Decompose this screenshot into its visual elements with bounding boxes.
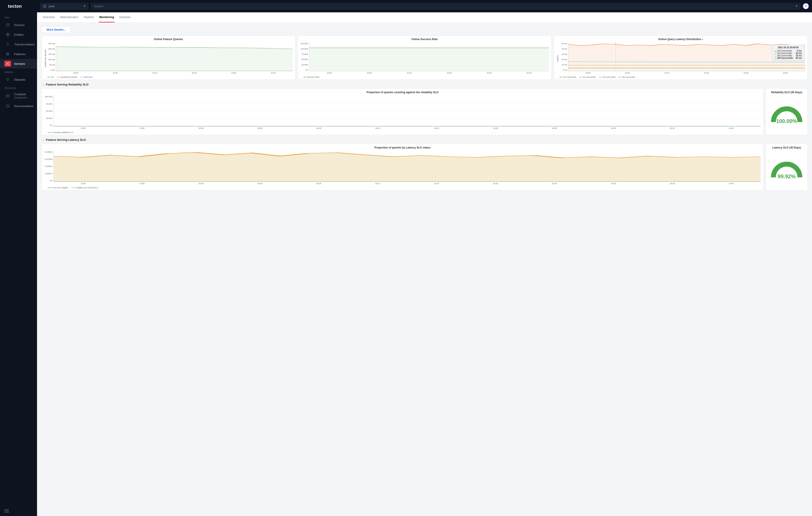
layers-icon — [4, 51, 11, 57]
x-ticks: 15:4515:5015:5516:0016:0516:1016:1516:20… — [54, 182, 761, 185]
section-resources: Resources — [0, 84, 37, 91]
search-placeholder: Search... — [94, 5, 105, 8]
more-details-button[interactable]: More Details... — [41, 26, 71, 33]
section-reliability-slo-header[interactable]: ⌄ Feature Serving Reliability SLO — [42, 83, 808, 86]
server-icon — [4, 93, 11, 99]
sidebar-item-datasets[interactable]: Datasets — [0, 75, 37, 84]
section-artifacts: Artifacts — [0, 68, 37, 75]
sidebar-item-label: Compute (Databricks) — [14, 93, 27, 99]
sidebar-item-label: Transformations — [14, 43, 35, 46]
chart-online-feature-queries: Online Feature Queries Queries per Secon… — [41, 36, 295, 80]
x-ticks: 15:5016:0016:1016:2016:3016:40 — [56, 71, 293, 74]
env-label: prod — [49, 5, 54, 8]
svg-text:?: ? — [7, 105, 8, 107]
section-data: Data — [0, 14, 37, 20]
sidebar-item-label: Documentation — [14, 104, 33, 108]
svg-text:tecton: tecton — [8, 4, 22, 8]
x-ticks: 15:4515:5015:5516:0016:0516:1016:1516:20… — [54, 126, 761, 129]
gauge-title: Latency SLO (30 Days) — [772, 146, 801, 149]
search-input[interactable]: Search... — [91, 3, 801, 10]
chart-online-success-rate: Online Success Rate 125.00%100.00%75.00%… — [297, 36, 551, 80]
gauge-latency-slo: Latency SLO (30 Days) 99.92% — [766, 144, 808, 190]
x-ticks: 15:5016:0016:1016:2016:3016:40 — [568, 71, 805, 74]
chart-title: Online Feature Queries — [44, 38, 293, 41]
sidebar-item-label: Sources — [14, 23, 25, 27]
legend: OK DeadlineExceeded NotFound — [44, 76, 293, 78]
content: More Details... Online Feature Queries Q… — [37, 23, 812, 516]
chevron-down-icon: ⌄ — [42, 139, 44, 141]
svg-point-1 — [6, 24, 9, 25]
transform-icon — [4, 41, 11, 47]
sidebar-item-label: Features — [14, 53, 25, 56]
chart-online-query-latency: Online Query Latency Distribution ▾ Late… — [554, 36, 808, 80]
network-icon — [4, 61, 11, 66]
chart-tooltip: 2021-10-15 16:00:00 50.0 percentile:5 ms… — [772, 45, 804, 61]
sidebar-item-documentation[interactable]: ? Documentation — [0, 101, 37, 111]
legend: Success Rate — [300, 76, 549, 78]
chart-latency-proportion: Proportion of queries by Latency SLO sta… — [41, 144, 763, 190]
gauge-reliability-slo: Reliability SLO (30 Days) 100.00% — [766, 88, 808, 135]
sidebar-item-label: Datasets — [14, 78, 25, 81]
gauge-value: 99.92% — [778, 173, 795, 179]
chart-title: Proportion of queries by Latency SLO sta… — [44, 146, 761, 149]
env-selector[interactable]: prod — [40, 3, 89, 10]
y-ticks: 250 rps200 rps150 rps100 rps50 rps0 rps — [47, 42, 56, 75]
cylinder-icon — [4, 22, 11, 28]
y-ticks: 50 ms40 ms30 ms20 ms10 ms0 ms — [559, 42, 568, 75]
chevron-down-icon — [796, 6, 798, 7]
chevron-down-icon: ⌄ — [42, 83, 44, 86]
plot-area[interactable]: 15:4515:5015:5516:0016:0516:1016:1516:20… — [54, 150, 761, 182]
y-axis-label: Latency — [556, 42, 559, 75]
gauge-value: 100.00% — [776, 118, 797, 124]
legend: % missing reliability SLO — [44, 131, 761, 133]
cube-icon — [4, 32, 11, 37]
chart-title: Proportion of queries counting against t… — [44, 91, 761, 94]
sidebar-item-services[interactable]: Services — [0, 59, 37, 68]
svg-rect-7 — [6, 95, 9, 96]
tab-monitoring[interactable]: Monitoring — [99, 12, 114, 23]
y-axis-label: Queries per Second — [44, 42, 47, 75]
tab-materialization[interactable]: Materialization — [59, 12, 79, 23]
plot-area[interactable]: 15:5016:0016:1016:2016:3016:40 — [56, 42, 293, 71]
y-ticks: 0.1000%0.0750%0.0500%0.0250%0% — [44, 150, 54, 186]
topbar: prod Search... R — [37, 0, 812, 12]
legend: 50.0 percentile 90.0 percentile 95.0 per… — [556, 76, 805, 78]
chart-title[interactable]: Online Query Latency Distribution ▾ — [556, 38, 805, 41]
sidebar-item-transformations[interactable]: Transformations — [0, 39, 37, 49]
plot-area[interactable]: 15:5016:0016:1016:2016:3016:40 — [568, 42, 805, 71]
legend: % not SLO-Eligible % eligible and missed… — [44, 187, 761, 189]
sidebar: tecton Data Sources Entities Transformat… — [0, 0, 37, 516]
chevron-down-icon — [84, 6, 86, 7]
sidebar-item-label: Services — [14, 62, 25, 65]
section-latency-slo-header[interactable]: ⌄ Feature Serving Latency SLO — [42, 138, 808, 142]
tab-pipeline[interactable]: Pipeline — [83, 12, 94, 23]
gauge-title: Reliability SLO (30 Days) — [771, 91, 802, 94]
logo: tecton — [0, 0, 37, 14]
plot-area[interactable]: 15:4515:5015:5516:0016:0516:1016:1516:20… — [54, 95, 761, 126]
y-ticks: 100.00%75.00%50.00%25.00%0% — [44, 95, 54, 130]
chart-reliability-proportion: Proportion of queries counting against t… — [41, 88, 763, 135]
collapse-sidebar-icon[interactable] — [4, 509, 9, 513]
y-ticks: 125.00%100.00%75.00%50.00%25.00%0% — [300, 42, 309, 75]
chevron-down-icon: ▾ — [702, 38, 703, 40]
sidebar-item-label: Entities — [14, 33, 24, 36]
tab-datasets[interactable]: Datasets — [119, 12, 131, 23]
tabs: Overview Materialization Pipeline Monito… — [37, 12, 812, 23]
diamond-icon — [4, 77, 11, 82]
x-ticks: 15:5016:0016:1016:2016:3016:40 — [310, 71, 549, 74]
sidebar-item-entities[interactable]: Entities — [0, 30, 37, 39]
help-icon: ? — [4, 103, 11, 109]
chart-title: Online Success Rate — [300, 38, 549, 41]
sidebar-footer — [0, 506, 37, 516]
avatar[interactable]: R — [803, 3, 809, 9]
svg-rect-8 — [6, 96, 9, 97]
plot-area[interactable]: 15:5016:0016:1016:2016:3016:40 — [309, 42, 549, 71]
svg-rect-13 — [310, 48, 549, 71]
sidebar-item-sources[interactable]: Sources — [0, 20, 37, 30]
tab-overview[interactable]: Overview — [42, 12, 55, 23]
grip-icon — [43, 5, 46, 8]
sidebar-item-features[interactable]: Features — [0, 49, 37, 59]
sidebar-item-compute[interactable]: Compute (Databricks) — [0, 91, 37, 101]
